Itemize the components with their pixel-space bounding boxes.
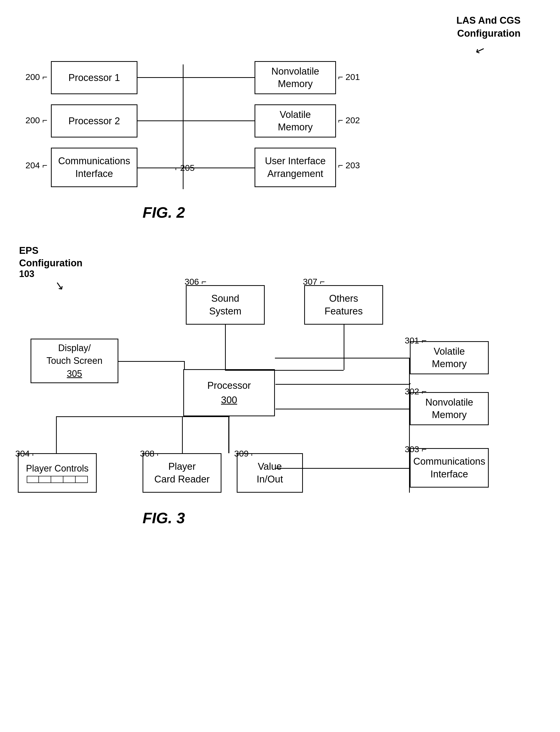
fig3-line-others-v [344, 325, 344, 370]
fig3-line-sound-v [225, 325, 226, 370]
ref-307: 307 ⌐ [303, 277, 325, 287]
sound-system-box: SoundSystem [186, 285, 265, 325]
ref-200b: 200 ⌐ [25, 115, 47, 125]
player-card-reader-box: PlayerCard Reader [143, 453, 221, 493]
ref-304: 304 ⌐ [15, 449, 37, 459]
fig2-line-vol [183, 120, 255, 121]
value-inout-box: ValueIn/Out [237, 453, 303, 493]
eps-arrow: ↘ [54, 278, 65, 293]
las-cgs-label: LAS And CGS Configuration [456, 14, 521, 40]
fig3-line-display-h [118, 361, 184, 362]
ref-309: 309 ⌐ [234, 449, 256, 459]
fig3-right-v-bus [409, 358, 410, 469]
fig3-hline-to-comm [275, 468, 410, 469]
fig3-line-others-h [225, 370, 344, 371]
ref-201: ⌐ 201 [338, 72, 360, 82]
display-touchscreen-box: Display/Touch Screen305 [31, 339, 118, 383]
processor300-box: Processor300 [183, 369, 275, 416]
fig3-proc-down-v [228, 416, 229, 453]
ref-308: 308 ⌐ [140, 449, 162, 459]
las-cgs-arrow: ↙ [473, 42, 487, 58]
fig3-player-ctrl-v [56, 416, 57, 453]
processor2-box: Processor 2 [51, 104, 137, 137]
ref-200a: 200 ⌐ [25, 72, 47, 82]
comm-interface-box: CommunicationsInterface [51, 148, 137, 187]
eps-ref: 103 [19, 269, 34, 279]
fig3-title: FIG. 3 [143, 509, 185, 527]
fig2-title: FIG. 2 [143, 204, 185, 221]
fig2-line-proc1 [137, 77, 183, 78]
fig2-line-nonvol [183, 77, 255, 78]
fig3-proc-right-h [275, 384, 410, 385]
fig3-volatile-memory-box: VolatileMemory [410, 341, 489, 374]
ref-302: 302 ⌐ [405, 386, 427, 396]
ref-204: 204 ⌐ [25, 160, 47, 170]
fig3-hline-to-nonvol [275, 409, 410, 409]
nonvolatile-memory-box: NonvolatileMemory [255, 61, 336, 94]
player-controls-box: Player Controls [18, 453, 97, 493]
fig3-bottom-bus [56, 416, 230, 417]
processor1-box: Processor 1 [51, 61, 137, 94]
fig3-player-card-up [182, 416, 183, 453]
ref-303: 303 ⌐ [405, 444, 427, 454]
ref-203: ⌐ 203 [338, 160, 360, 170]
fig3-h-volatile [275, 358, 411, 358]
fig2-line-proc2 [137, 120, 183, 121]
others-features-box: OthersFeatures [304, 285, 383, 325]
volatile-memory-box: VolatileMemory [255, 104, 336, 137]
eps-config-label: EPSConfiguration [19, 244, 82, 270]
ref-301: 301 ⌐ [405, 336, 427, 346]
ref-202: ⌐ 202 [338, 115, 360, 125]
fig3-line-display-v [184, 361, 185, 370]
user-interface-box: User InterfaceArrangement [255, 148, 336, 187]
fig3-nonvolatile-memory-box: NonvolatileMemory [410, 392, 489, 425]
ref-205: ⌐205 [175, 163, 195, 173]
ref-306: 306 ⌐ [185, 277, 206, 287]
